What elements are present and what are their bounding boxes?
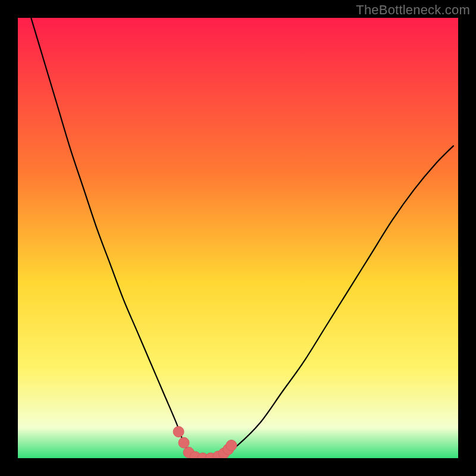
highlight-marker	[178, 437, 189, 448]
highlight-marker	[173, 427, 184, 437]
chart-background-gradient	[18, 18, 458, 458]
chart-frame: TheBottleneck.com	[0, 0, 476, 476]
chart-svg	[18, 18, 458, 458]
highlight-marker	[226, 440, 237, 451]
watermark-text: TheBottleneck.com	[356, 2, 470, 18]
chart-plot-area	[18, 18, 458, 458]
